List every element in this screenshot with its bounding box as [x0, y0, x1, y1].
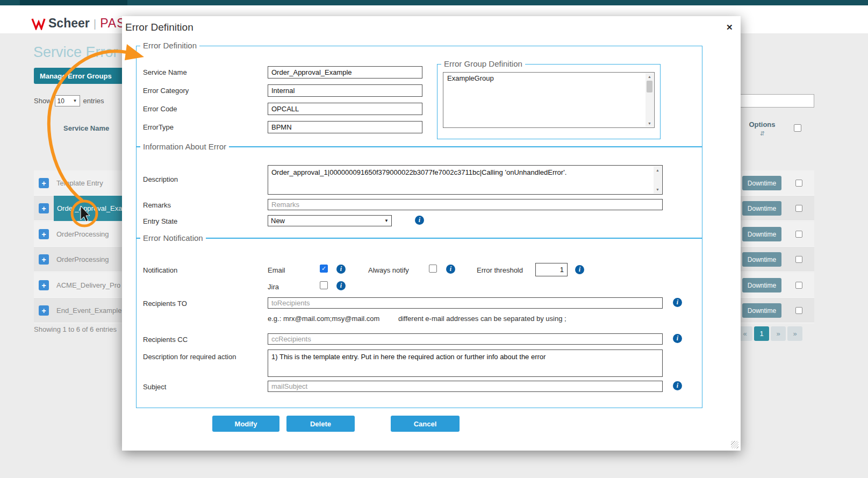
information-legend: Information About Error — [140, 142, 229, 151]
email-label: Email — [268, 266, 285, 274]
required-action-label: Description for required action — [143, 353, 236, 361]
entry-state-value: New — [271, 217, 285, 225]
row-checkbox[interactable] — [795, 307, 802, 314]
service-name-label: Service Name — [143, 68, 187, 76]
close-icon[interactable]: ✕ — [726, 23, 733, 32]
error-category-label: Error Category — [143, 87, 189, 95]
sort-icon[interactable]: ⇵ — [759, 130, 764, 137]
row-checkbox[interactable] — [795, 180, 802, 187]
service-name-cell: End_Event_Example — [56, 298, 121, 323]
jira-info-icon[interactable]: i — [336, 281, 346, 290]
always-notify-checkbox[interactable] — [429, 265, 437, 273]
service-name-field[interactable]: Order_Approval_Example — [268, 66, 422, 79]
check-icon: ✓ — [321, 265, 326, 272]
delete-button[interactable]: Delete — [286, 416, 355, 432]
error-group-option[interactable]: ExampleGroup — [443, 73, 498, 84]
email-info-icon[interactable]: i — [336, 265, 346, 274]
scroll-up-icon[interactable]: ▲ — [648, 73, 651, 80]
required-action-field[interactable]: 1) This is the template entry. Put in he… — [268, 349, 663, 377]
pagination-page-1-button[interactable]: 1 — [754, 326, 769, 341]
recipients-to-info-icon[interactable]: i — [673, 298, 682, 307]
recipients-cc-info-icon[interactable]: i — [673, 334, 682, 343]
modify-button[interactable]: Modify — [212, 416, 279, 432]
pagination-last-button[interactable]: » — [787, 326, 802, 341]
error-threshold-field[interactable]: 1 — [535, 263, 568, 276]
column-header-options[interactable]: Options ⇵ — [743, 120, 781, 137]
entry-state-select[interactable]: New ▼ — [268, 215, 392, 226]
notification-label: Notification — [143, 266, 177, 274]
downtime-button[interactable]: Downtime — [742, 252, 781, 267]
recipients-to-field[interactable]: toRecipients — [268, 297, 663, 309]
row-checkbox[interactable] — [795, 256, 802, 263]
email-checkbox[interactable]: ✓ — [320, 265, 328, 273]
error-type-label: ErrorType — [143, 123, 174, 131]
brand-logo: Scheer | PAS — [31, 16, 126, 31]
always-notify-label: Always notify — [368, 266, 409, 274]
listbox-scrollbar[interactable]: ▲ ▼ — [645, 73, 654, 127]
subject-info-icon[interactable]: i — [673, 381, 682, 390]
row-checkbox[interactable] — [795, 205, 802, 212]
error-code-field[interactable]: OPCALL — [268, 103, 422, 115]
recipients-hint-example: e.g.: mrx@mail.com;msy@mail.com — [268, 315, 379, 323]
expand-row-icon[interactable]: + — [39, 254, 49, 265]
expand-row-icon[interactable]: + — [39, 229, 49, 239]
error-threshold-info-icon[interactable]: i — [575, 265, 584, 274]
resize-grip[interactable] — [731, 441, 738, 448]
select-all-checkbox[interactable] — [794, 124, 801, 132]
expand-row-icon[interactable]: + — [39, 203, 49, 213]
error-code-label: Error Code — [143, 105, 177, 113]
expand-row-icon[interactable]: + — [39, 178, 49, 188]
description-label: Description — [143, 175, 178, 183]
scroll-up-icon[interactable]: ▲ — [656, 166, 659, 174]
error-group-listbox[interactable]: ExampleGroup ▲ ▼ — [443, 72, 655, 128]
error-notification-section: Error Notification Notification Email ✓ … — [136, 238, 702, 408]
error-definition-section: Error Definition Service Name Order_Appr… — [136, 46, 702, 147]
downtime-button[interactable]: Downtime — [742, 227, 781, 241]
manage-error-groups-button[interactable]: Manage Error Groups — [34, 68, 128, 84]
options-header-label: Options — [749, 120, 775, 129]
downtime-button[interactable]: Downtime — [742, 201, 781, 216]
description-value: Order_approval_1|000000091650f379000022b… — [271, 168, 566, 177]
brand-scheer: Scheer — [48, 16, 90, 31]
row-checkbox[interactable] — [795, 282, 802, 289]
dialog-title: Error Definition — [125, 22, 193, 33]
recipients-to-label: Recipients TO — [143, 299, 187, 308]
error-definition-legend: Error Definition — [140, 41, 199, 50]
subject-field[interactable]: mailSubject — [268, 381, 663, 392]
recipients-cc-label: Recipients CC — [143, 336, 188, 344]
error-group-definition-section: Error Group Definition ExampleGroup ▲ ▼ — [437, 64, 661, 139]
show-entries-control: Show 10 ▼ entries — [34, 95, 104, 106]
scroll-down-icon[interactable]: ▼ — [648, 120, 651, 127]
downtime-button[interactable]: Downtime — [742, 303, 781, 318]
service-name-cell: OrderProcessing — [56, 247, 109, 272]
downtime-button[interactable]: Downtime — [742, 176, 781, 190]
top-bar — [0, 0, 868, 5]
page: Scheer | PAS Service Error List Manage E… — [0, 0, 868, 478]
recipients-hint-separator: different e-mail addresses can be separa… — [398, 315, 566, 323]
pagination-next-button[interactable]: » — [771, 326, 786, 341]
row-checkbox[interactable] — [795, 231, 802, 238]
expand-row-icon[interactable]: + — [39, 280, 49, 290]
jira-checkbox[interactable] — [320, 281, 328, 289]
scroll-down-icon[interactable]: ▼ — [656, 186, 659, 194]
description-field[interactable]: Order_approval_1|000000091650f379000022b… — [268, 165, 663, 195]
error-category-field[interactable]: Internal — [268, 84, 422, 97]
expand-row-icon[interactable]: + — [39, 305, 49, 316]
information-about-error-section: Information About Error Description Orde… — [136, 147, 702, 238]
entries-label: entries — [83, 97, 104, 105]
cancel-button[interactable]: Cancel — [391, 416, 460, 432]
error-type-field[interactable]: BPMN — [268, 121, 422, 133]
column-header-service-name[interactable]: Service Name — [63, 124, 109, 132]
entries-per-page-value: 10 — [58, 97, 64, 105]
service-name-cell: OrderProcessing — [56, 222, 109, 247]
scrollbar-thumb[interactable] — [647, 81, 652, 92]
recipients-cc-field[interactable]: ccRecipients — [268, 333, 663, 345]
show-label: Show — [34, 97, 52, 105]
selected-cell-highlight: Order_Approval_Example — [54, 196, 124, 221]
entries-per-page-select[interactable]: 10 ▼ — [55, 95, 80, 106]
entry-state-info-icon[interactable]: i — [415, 216, 424, 225]
downtime-button[interactable]: Downtime — [742, 278, 781, 292]
remarks-field[interactable]: Remarks — [268, 199, 663, 210]
always-notify-info-icon[interactable]: i — [446, 265, 455, 274]
description-scrollbar[interactable]: ▲ ▼ — [654, 166, 662, 194]
